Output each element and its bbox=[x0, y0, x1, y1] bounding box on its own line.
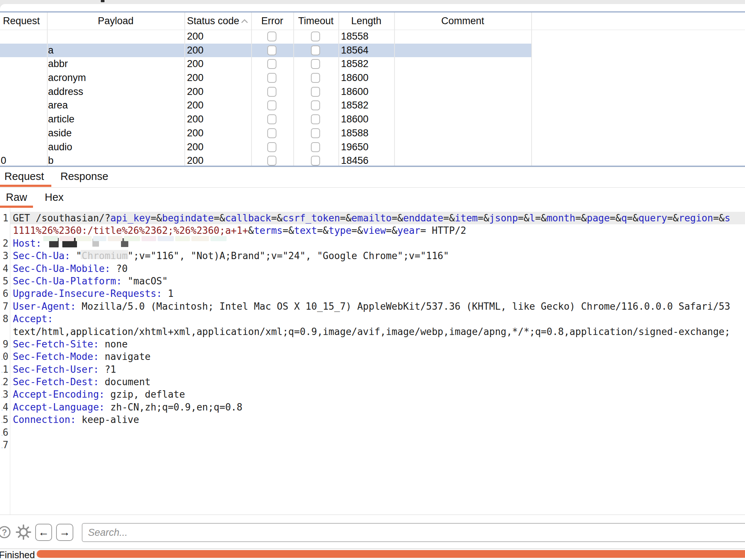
code-segment: =& bbox=[443, 213, 455, 224]
timeout-checkbox[interactable] bbox=[311, 32, 320, 41]
code-segment: begindate bbox=[162, 213, 214, 224]
cell-length: 18456 bbox=[341, 154, 368, 166]
error-checkbox[interactable] bbox=[267, 100, 276, 110]
column-divider[interactable] bbox=[338, 12, 339, 166]
cell-length: 18582 bbox=[341, 57, 368, 71]
cell-status-code: 200 bbox=[187, 113, 203, 126]
line-code: Accept-Language: zh-CN,zh;q=0.9,en;q=0.8 bbox=[13, 401, 242, 413]
column-divider[interactable] bbox=[293, 12, 294, 166]
back-button[interactable]: ← bbox=[35, 524, 52, 541]
code-segment: Accept-Encoding: bbox=[13, 389, 104, 400]
column-header-request[interactable]: Request bbox=[3, 12, 40, 30]
timeout-checkbox[interactable] bbox=[311, 87, 320, 97]
line-code: User-Agent: Mozilla/5.0 (Macintosh; Inte… bbox=[13, 300, 730, 313]
line-code: 1111%26%2360:/title%26%2362;%26%2360;a+1… bbox=[13, 224, 466, 237]
forward-button[interactable]: → bbox=[56, 524, 73, 541]
cell-payload: audio bbox=[48, 140, 72, 154]
table-row[interactable]: article20018600 bbox=[0, 113, 531, 126]
table-row[interactable]: address20018600 bbox=[0, 85, 531, 99]
timeout-checkbox[interactable] bbox=[311, 45, 320, 55]
format-tabbar: Raw Hex bbox=[0, 188, 745, 209]
tab-raw[interactable]: Raw bbox=[0, 188, 33, 207]
column-header-timeout[interactable]: Timeout bbox=[293, 12, 338, 30]
error-checkbox[interactable] bbox=[267, 156, 276, 166]
table-row[interactable]: abbr20018582 bbox=[0, 57, 531, 71]
column-divider[interactable] bbox=[184, 12, 185, 166]
code-segment: keep-alive bbox=[76, 414, 139, 425]
tab-request[interactable]: Request bbox=[0, 167, 48, 187]
column-header-status-code[interactable]: Status code bbox=[187, 12, 239, 30]
tab-response[interactable]: Response bbox=[55, 167, 114, 187]
code-segment: terms bbox=[254, 225, 282, 236]
line-code: Sec-Ch-Ua-Mobile: ?0 bbox=[13, 262, 128, 275]
table-row[interactable]: 0b20018456 bbox=[0, 154, 531, 166]
cell-payload: a bbox=[48, 44, 54, 58]
code-segment: =& bbox=[340, 213, 351, 224]
code-segment: month bbox=[547, 213, 575, 224]
table-row[interactable]: area20018582 bbox=[0, 99, 531, 113]
column-header-payload[interactable]: Payload bbox=[47, 12, 184, 30]
table-row[interactable]: a20018564 bbox=[0, 44, 531, 58]
line-number bbox=[2, 224, 8, 237]
cell-length: 18564 bbox=[341, 44, 368, 58]
help-icon[interactable]: ? bbox=[0, 523, 14, 541]
error-checkbox[interactable] bbox=[267, 87, 276, 97]
request-line: 17 bbox=[0, 439, 745, 451]
search-input[interactable] bbox=[82, 523, 745, 542]
table-row[interactable]: acronym20018600 bbox=[0, 71, 531, 85]
code-segment: & bbox=[248, 225, 254, 236]
error-checkbox[interactable] bbox=[267, 128, 276, 138]
code-segment: User-Agent: bbox=[13, 301, 76, 312]
results-table[interactable]: Request Payload Status code Error Timeou… bbox=[0, 12, 745, 166]
timeout-checkbox[interactable] bbox=[311, 59, 320, 69]
line-code: Connection: keep-alive bbox=[13, 413, 139, 426]
line-number: 5 bbox=[2, 275, 8, 287]
request-editor[interactable]: 1GET /southasian/?api_key=&begindate=&ca… bbox=[0, 208, 745, 515]
line-code: Sec-Fetch-Site: none bbox=[13, 338, 128, 350]
timeout-checkbox[interactable] bbox=[311, 100, 320, 110]
error-checkbox[interactable] bbox=[267, 59, 276, 69]
error-checkbox[interactable] bbox=[267, 32, 276, 41]
timeout-checkbox[interactable] bbox=[311, 128, 320, 138]
column-divider[interactable] bbox=[47, 12, 48, 166]
error-checkbox[interactable] bbox=[267, 73, 276, 83]
tab-hex[interactable]: Hex bbox=[45, 188, 64, 207]
code-segment: emailto bbox=[352, 213, 392, 224]
error-checkbox[interactable] bbox=[267, 114, 276, 124]
request-line: 13Accept-Encoding: gzip, deflate bbox=[0, 388, 745, 401]
code-segment: =& bbox=[575, 213, 587, 224]
request-line: 1GET /southasian/?api_key=&begindate=&ca… bbox=[0, 212, 745, 224]
gear-icon[interactable] bbox=[15, 523, 32, 541]
table-row[interactable]: audio20019650 bbox=[0, 140, 531, 154]
request-line: 4Sec-Ch-Ua-Mobile: ?0 bbox=[0, 262, 745, 275]
artifact-rect bbox=[43, 236, 58, 241]
line-number: 17 bbox=[2, 439, 8, 451]
column-header-length[interactable]: Length bbox=[338, 12, 394, 30]
error-checkbox[interactable] bbox=[267, 45, 276, 55]
column-divider[interactable] bbox=[251, 12, 252, 166]
cell-status-code: 200 bbox=[187, 126, 203, 140]
line-code: Sec-Fetch-Dest: document bbox=[13, 376, 151, 388]
cell-comment bbox=[396, 154, 528, 166]
line-number: 7 bbox=[2, 300, 8, 313]
timeout-checkbox[interactable] bbox=[311, 73, 320, 83]
code-segment: page bbox=[587, 213, 610, 224]
code-segment: document bbox=[99, 376, 151, 387]
line-code: Sec-Ch-Ua-Platform: "macOS" bbox=[13, 275, 168, 287]
code-segment: =& bbox=[478, 213, 489, 224]
artifact-rect bbox=[76, 236, 92, 241]
timeout-checkbox[interactable] bbox=[311, 142, 320, 152]
request-line: 5Sec-Ch-Ua-Platform: "macOS" bbox=[0, 275, 745, 287]
column-header-comment[interactable]: Comment bbox=[396, 12, 529, 30]
error-checkbox[interactable] bbox=[267, 142, 276, 152]
line-number: 10 bbox=[2, 350, 8, 363]
timeout-checkbox[interactable] bbox=[311, 114, 320, 124]
timeout-checkbox[interactable] bbox=[311, 156, 320, 166]
table-row[interactable]: aside20018588 bbox=[0, 126, 531, 140]
code-segment: =& bbox=[317, 225, 329, 236]
column-header-error[interactable]: Error bbox=[251, 12, 293, 30]
code-segment: "macOS" bbox=[122, 276, 168, 287]
column-divider[interactable] bbox=[394, 12, 395, 166]
table-row[interactable]: 20018558 bbox=[0, 30, 531, 44]
column-divider[interactable] bbox=[531, 12, 532, 166]
